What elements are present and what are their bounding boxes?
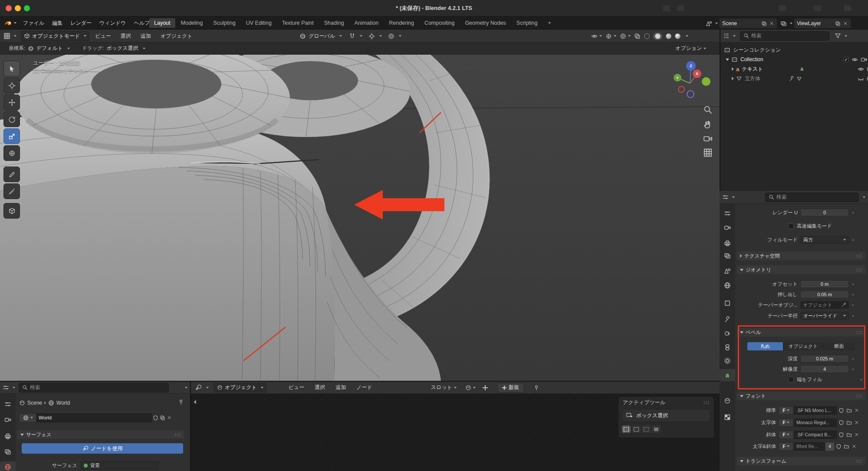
collection-render-camera-icon[interactable] (861, 56, 867, 63)
scene-selector[interactable]: Scene (719, 18, 777, 29)
remove-viewlayer-icon[interactable] (843, 21, 848, 26)
add-workspace-button[interactable]: + (543, 18, 556, 28)
tab-output[interactable] (4, 433, 11, 441)
sidebar-toggle-arrow[interactable] (194, 400, 196, 404)
select-mode-subtract-button[interactable] (642, 425, 651, 433)
text-expand-icon[interactable] (732, 67, 734, 71)
animate-dot[interactable] (852, 212, 854, 213)
tool-annotate[interactable] (3, 167, 20, 182)
shading-material-button[interactable] (666, 33, 671, 39)
slot-dropdown[interactable]: スロット (431, 384, 457, 391)
tab-compositing[interactable]: Compositing (420, 18, 459, 28)
tab-view-layer[interactable] (4, 448, 11, 457)
collection-hide-eye-icon[interactable] (852, 56, 858, 63)
options-dropdown[interactable]: オプション (675, 43, 706, 54)
world-search-input[interactable]: 検索 (19, 383, 169, 392)
menu-file[interactable]: ファイル (19, 20, 48, 27)
animate-dot[interactable] (852, 304, 854, 306)
fake-user-button[interactable] (835, 442, 842, 451)
shader-menu-select[interactable]: 選択 (311, 384, 329, 391)
unlink-font-button[interactable] (851, 442, 858, 451)
menu-render[interactable]: レンダー (66, 20, 95, 27)
bevel-tab-object[interactable]: オブジェクト (783, 342, 823, 350)
fake-user-button[interactable] (838, 419, 845, 427)
open-font-button[interactable] (843, 442, 850, 451)
animate-dot[interactable] (852, 315, 854, 317)
tab-physics[interactable] (724, 330, 731, 338)
select-mode-extend-button[interactable] (632, 425, 641, 433)
gizmo-dropdown[interactable] (605, 33, 616, 39)
pin-id-button[interactable] (178, 399, 184, 406)
fill-mode-dropdown[interactable]: 両方 (800, 236, 849, 244)
add-slot-button[interactable] (483, 385, 488, 390)
tab-animation[interactable]: Animation (350, 18, 384, 28)
axis-y-neg-handle[interactable] (702, 77, 710, 86)
properties-editor-chevron-icon[interactable] (732, 196, 735, 198)
fake-user-button[interactable] (838, 431, 845, 439)
axis-z-neg-handle[interactable] (687, 90, 694, 98)
transform-section[interactable]: トランスフォーム (737, 457, 865, 465)
shader-editor-icon[interactable] (195, 384, 202, 391)
orientation-chevron-icon[interactable] (339, 35, 342, 37)
eyedropper-icon[interactable] (841, 302, 846, 307)
tool-measure[interactable] (3, 183, 20, 199)
viewlayer-icon[interactable] (780, 20, 787, 27)
tab-rendering[interactable]: Rendering (384, 18, 419, 28)
properties-editor-icon[interactable] (722, 194, 729, 200)
tab-view-layer[interactable] (724, 252, 731, 261)
outliner-row-collection[interactable]: Collection ✓ (726, 55, 868, 64)
font-browse-button[interactable]: F (779, 419, 793, 427)
pin-shader-button[interactable] (533, 385, 539, 391)
filter-icon[interactable] (835, 33, 841, 39)
scene-icon[interactable] (706, 20, 712, 27)
fill-caps-checkbox[interactable] (788, 377, 794, 383)
cube-expand-icon[interactable] (732, 77, 734, 80)
snap-magnet-icon[interactable] (349, 33, 355, 39)
drag-chevron-icon[interactable] (143, 48, 145, 49)
tab-output[interactable] (724, 240, 731, 248)
tab-material[interactable] (724, 397, 731, 406)
editor-type-icon[interactable] (3, 33, 10, 39)
world-filter-chevron-icon[interactable] (185, 387, 187, 389)
collection-checkbox[interactable]: ✓ (843, 57, 849, 62)
navigation-gizmo[interactable]: Z X Y (669, 56, 718, 105)
properties-filter-chevron-icon[interactable] (863, 196, 865, 198)
unlink-world-button[interactable] (166, 414, 173, 422)
axis-x-neg-handle[interactable] (678, 86, 685, 93)
select-mode-intersect-button[interactable] (652, 425, 661, 433)
animate-dot[interactable] (852, 358, 854, 360)
viewport-menu-view[interactable]: ビュー (91, 33, 115, 40)
fast-edit-checkbox[interactable] (788, 223, 794, 229)
new-material-button[interactable]: 新規 (497, 383, 524, 392)
animate-dot[interactable] (852, 294, 854, 295)
world-browse-button[interactable] (19, 413, 36, 422)
tab-world-active[interactable] (0, 461, 16, 471)
animate-dot[interactable] (852, 369, 854, 370)
cube-hide-eye-icon[interactable] (858, 75, 864, 82)
world-name-field[interactable]: World (36, 413, 152, 422)
blender-logo-icon[interactable] (4, 19, 12, 27)
render-u-field[interactable]: 0 (800, 209, 849, 216)
outliner-editor-icon[interactable] (723, 33, 730, 39)
bevel-section[interactable]: ベベル (737, 328, 865, 337)
tab-render[interactable] (724, 224, 731, 232)
menu-edit[interactable]: 編集 (48, 20, 66, 27)
tab-shading[interactable]: Shading (319, 18, 349, 28)
tab-texture-paint[interactable]: Texture Paint (277, 18, 319, 28)
tab-sculpting[interactable]: Sculpting (208, 18, 240, 28)
geometry-section[interactable]: ジオメトリ (737, 265, 865, 274)
tab-texture[interactable] (724, 414, 731, 422)
offset-field[interactable]: 0 m (800, 280, 849, 288)
proportional-chevron-icon[interactable] (399, 35, 401, 37)
resolution-field[interactable]: 4 (800, 365, 849, 373)
mode-dropdown[interactable]: オブジェクトモード (21, 31, 89, 41)
breadcrumb-world[interactable]: World (56, 400, 70, 406)
bevel-tab-profile[interactable]: 断面 (823, 342, 855, 350)
new-world-button[interactable] (159, 414, 166, 422)
font-users-count-badge[interactable]: 4 (825, 442, 834, 451)
viewlayer-selector[interactable]: ViewLayer (794, 18, 851, 29)
snap-chevron-icon[interactable] (360, 35, 362, 37)
viewport-menu-select[interactable]: 選択 (117, 33, 135, 40)
font-browse-button[interactable]: F (779, 431, 793, 439)
outliner-search-input[interactable]: 検索 (740, 31, 829, 41)
